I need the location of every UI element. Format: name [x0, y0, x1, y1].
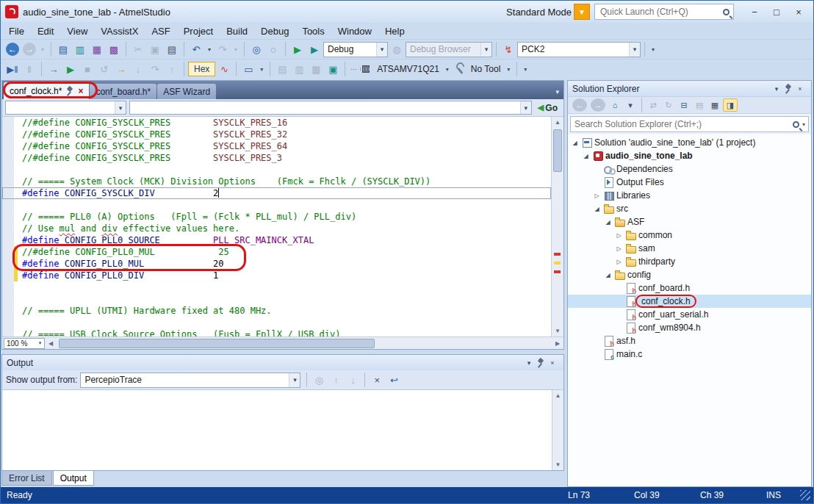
- member-combo[interactable]: ▾: [129, 101, 532, 115]
- breakpoint-margin[interactable]: [2, 176, 14, 187]
- io-view-icon[interactable]: ▣: [325, 62, 341, 76]
- save-icon[interactable]: ▦: [89, 42, 105, 57]
- tree-item-asf[interactable]: ◢ASF: [568, 215, 811, 228]
- processor-view-icon[interactable]: ▭: [240, 62, 256, 76]
- debug-browser-icon[interactable]: ◍: [389, 42, 405, 57]
- editor-vertical-scrollbar[interactable]: ▲ ▼: [551, 117, 563, 336]
- breakpoint-margin[interactable]: [2, 234, 14, 246]
- tree-item-thirdparty[interactable]: ▷thirdparty: [568, 255, 811, 268]
- code-line-9[interactable]: // ===== PLL0 (A) Options (Fpll = (Fclk …: [2, 211, 551, 223]
- output-source-combo[interactable]: PercepioTrace ▾: [80, 372, 300, 388]
- output-panel-header[interactable]: Output ▾×: [2, 355, 563, 370]
- tab-conf-clock-h[interactable]: conf_clock.h*×: [4, 82, 89, 99]
- clear-all-icon[interactable]: ×: [369, 372, 385, 387]
- solution-explorer-search-input[interactable]: [571, 119, 793, 129]
- breakpoint-margin[interactable]: [2, 117, 14, 129]
- code-area[interactable]: //#define CONFIG_SYSCLK_PRES SYSCLK_PRES…: [2, 117, 551, 336]
- bottom-tab-output[interactable]: Output: [53, 471, 94, 486]
- se-properties-icon[interactable]: ▦: [707, 98, 722, 112]
- menu-vassistx[interactable]: VAssistX: [94, 24, 145, 38]
- code-line-10[interactable]: // Use mul and div effective values here…: [2, 223, 551, 234]
- expander-icon[interactable]: ◢: [604, 272, 612, 278]
- code-line-13[interactable]: #define CONFIG_PLL0_MUL 20: [2, 258, 551, 270]
- mode-dropdown-icon[interactable]: ▼: [574, 4, 590, 20]
- breakpoint-margin[interactable]: [2, 211, 14, 223]
- breakpoint-margin[interactable]: [2, 223, 14, 234]
- run-to-cursor-icon[interactable]: →: [46, 62, 62, 76]
- next-message-icon[interactable]: ↓: [345, 372, 361, 387]
- code-line-15[interactable]: [2, 281, 551, 293]
- se-collapse-all-icon[interactable]: ⊟: [677, 98, 691, 112]
- tree-item-conf-wm8904-h[interactable]: hconf_wm8904.h: [568, 321, 811, 334]
- chevron-down-icon[interactable]: ▾: [376, 43, 387, 57]
- menu-file[interactable]: File: [2, 24, 31, 38]
- show-next-statement-icon[interactable]: →: [113, 62, 129, 76]
- code-line-12[interactable]: //#define CONFIG_PLL0_MUL 25: [2, 246, 551, 258]
- document-list-dropdown-icon[interactable]: ▾: [555, 88, 559, 96]
- se-refresh-icon[interactable]: ↻: [661, 98, 676, 112]
- restart-icon[interactable]: ↺: [96, 62, 112, 76]
- disassembly-icon[interactable]: ▥: [291, 62, 307, 76]
- code-line-3[interactable]: //#define CONFIG_SYSCLK_PRES SYSCLK_PRES…: [2, 140, 551, 152]
- undo-icon[interactable]: ↶: [188, 42, 204, 57]
- tree-item-audio-sine-tone-lab[interactable]: ◢audio_sine_tone_lab: [568, 149, 811, 162]
- step-into-icon[interactable]: ↓: [130, 62, 146, 76]
- tab-asf-wizard[interactable]: ASF Wizard: [157, 84, 216, 99]
- toolbar-overflow-icon[interactable]: ▾: [649, 42, 658, 57]
- breakpoint-margin[interactable]: [2, 246, 14, 258]
- nav-history-dropdown-icon[interactable]: ▾: [38, 42, 47, 57]
- chevron-down-icon[interactable]: ▾: [289, 373, 300, 387]
- chevron-down-icon[interactable]: ▾: [480, 43, 491, 57]
- breakpoint-margin[interactable]: [2, 164, 14, 176]
- maximize-button[interactable]: □: [766, 4, 787, 20]
- menu-view[interactable]: View: [60, 24, 94, 38]
- chevron-down-icon[interactable]: ▾: [520, 101, 531, 114]
- breakpoint-margin[interactable]: [2, 317, 14, 328]
- bottom-tab-error-list[interactable]: Error List: [1, 471, 52, 486]
- expander-icon[interactable]: ▷: [615, 245, 623, 252]
- cut-icon[interactable]: ✂: [130, 42, 146, 57]
- paste-icon[interactable]: ▤: [164, 42, 180, 57]
- se-forward-icon[interactable]: →: [591, 98, 605, 112]
- close-button[interactable]: ×: [788, 4, 809, 20]
- tree-item-sam[interactable]: ▷sam: [568, 242, 811, 255]
- code-editor[interactable]: //#define CONFIG_SYSCLK_PRES SYSCLK_PRES…: [2, 117, 563, 336]
- step-out-icon[interactable]: ↑: [164, 62, 180, 76]
- add-new-item-icon[interactable]: ▥: [72, 42, 88, 57]
- tool-wrench-icon[interactable]: [453, 62, 467, 76]
- visual-assist-icon[interactable]: ∿: [216, 62, 232, 76]
- breakpoint-margin[interactable]: [2, 152, 14, 164]
- code-line-14[interactable]: #define CONFIG_PLL0_DIV 1: [2, 270, 551, 281]
- expander-icon[interactable]: ◢: [571, 140, 579, 146]
- pin-icon[interactable]: [65, 85, 75, 97]
- stop-debug-icon[interactable]: ■: [79, 62, 96, 76]
- pin-icon[interactable]: [783, 83, 793, 95]
- se-sync-active-document-icon[interactable]: ⇄: [646, 98, 660, 112]
- expander-icon[interactable]: ▷: [615, 259, 623, 265]
- mode-selector[interactable]: Standard Mode ▼: [506, 4, 590, 20]
- tree-item-dependencies[interactable]: Dependencies: [568, 162, 811, 176]
- tree-item-config[interactable]: ◢config: [568, 268, 811, 281]
- breakpoint-margin[interactable]: [2, 281, 14, 293]
- start-debugging-icon[interactable]: ▶: [289, 42, 306, 57]
- nav-forward-icon[interactable]: →: [23, 43, 36, 56]
- processor-dropdown-icon[interactable]: ▾: [257, 62, 266, 76]
- tree-item-main-c[interactable]: cmain.c: [568, 348, 811, 361]
- resize-grip[interactable]: [800, 490, 810, 500]
- window-position-icon[interactable]: ▾: [522, 357, 536, 369]
- code-line-18[interactable]: [2, 317, 551, 328]
- tree-item-common[interactable]: ▷common: [568, 228, 811, 242]
- horizontal-scrollbar[interactable]: [57, 339, 551, 348]
- breakpoint-margin[interactable]: [2, 270, 14, 281]
- menu-help[interactable]: Help: [378, 24, 411, 38]
- redo-icon[interactable]: ↷: [215, 42, 231, 57]
- code-line-4[interactable]: //#define CONFIG_SYSCLK_PRES SYSCLK_PRES…: [2, 152, 551, 164]
- scroll-up-icon[interactable]: ▲: [552, 117, 563, 128]
- start-debug-icon[interactable]: ▶: [62, 62, 79, 76]
- tree-item-src[interactable]: ◢src: [568, 202, 811, 215]
- menu-project[interactable]: Project: [177, 24, 220, 38]
- chevron-down-icon[interactable]: ▾: [629, 43, 640, 57]
- undo-dropdown-icon[interactable]: ▾: [205, 42, 214, 57]
- code-line-16[interactable]: [2, 293, 551, 305]
- breakpoint-margin[interactable]: [2, 328, 14, 336]
